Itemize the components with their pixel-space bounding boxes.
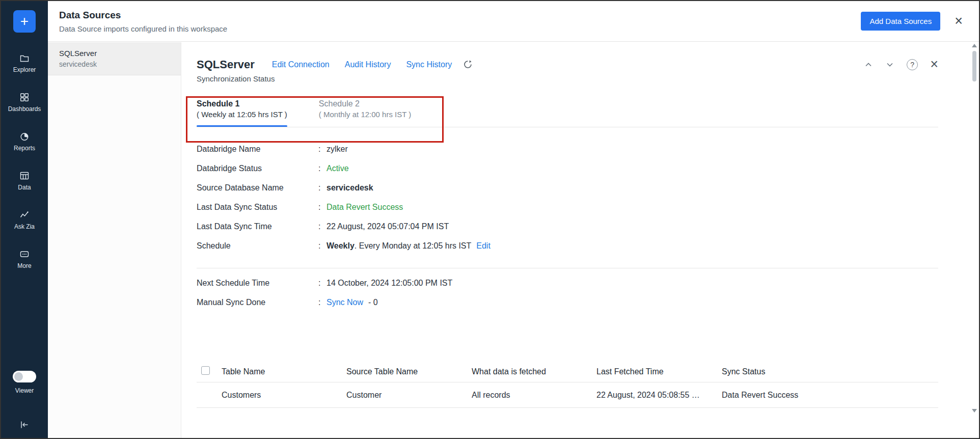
detail-label: Databridge Status [197,164,318,173]
edit-schedule-link[interactable]: Edit [476,241,491,250]
cell-source-table-name: Customer [346,391,472,400]
tab-schedule-1[interactable]: Schedule 1 ( Weekly at 12:05 hrs IST ) [197,99,287,119]
zia-chart-icon [19,210,30,220]
section-label: Synchronization Status [197,74,938,83]
scrollbar-thumb[interactable] [972,51,976,81]
detail-row-schedule: Schedule : Weekly. Every Monday at 12:05… [197,236,938,256]
sync-details: Databridge Name : zylker Databridge Stat… [197,140,938,312]
connection-title: SQLServer [197,58,255,71]
data-source-list: SQLServer servicedesk [48,42,181,438]
chevron-up-icon[interactable] [864,60,873,69]
close-icon[interactable]: × [955,14,963,28]
sidebar-item-reports[interactable]: Reports [14,131,35,152]
scroll-up-icon[interactable] [972,44,977,47]
help-icon[interactable]: ? [907,59,918,70]
sidebar-item-label: Data [18,184,31,191]
status-badge: Active [326,164,349,173]
pie-chart-icon [19,131,30,142]
sidebar: + Explorer Dashboards Reports [1,1,48,438]
detail-label: Schedule [197,241,318,251]
cell-what-data: All records [472,391,596,400]
detail-value: Sync Now- 0 [326,298,378,307]
schedule-tabbar: Schedule 1 ( Weekly at 12:05 hrs IST ) S… [197,99,938,127]
column-header-what-data: What data is fetched [472,367,596,376]
sidebar-item-label: More [17,262,31,269]
sidebar-item-data[interactable]: Data [18,171,31,191]
detail-row-source-database: Source Database Name : servicedesk [197,178,938,198]
sidebar-item-label: Reports [14,145,35,152]
colon: : [318,279,324,288]
toggle-knob-icon [14,372,23,381]
colon: : [318,222,324,231]
sync-now-link[interactable]: Sync Now [326,298,363,307]
manual-sync-count: - 0 [368,298,378,307]
sidebar-nav: Explorer Dashboards Reports Data [8,53,41,269]
table-row[interactable]: Customers Customer All records 22 August… [197,382,938,408]
plus-icon: + [20,13,29,30]
detail-value: zylker [326,145,348,154]
source-database: servicedesk [59,60,170,68]
detail-label: Databridge Name [197,145,318,154]
source-name: SQLServer [59,49,170,58]
page-subtitle: Data Source imports configured in this w… [59,24,227,33]
detail-label: Manual Sync Done [197,298,318,307]
sidebar-item-more[interactable]: More [17,249,31,269]
create-new-button[interactable]: + [13,10,36,33]
panel-controls: ? × [864,58,938,71]
panel-close-icon[interactable]: × [930,58,938,71]
page-header-titles: Data Sources Data Source imports configu… [59,10,227,33]
colon: : [318,164,324,173]
schedule-description: . Every Monday at 12:05 hrs IST [355,241,471,250]
status-badge: Data Revert Success [326,203,403,212]
vertical-scrollbar [970,44,978,413]
sidebar-item-dashboards[interactable]: Dashboards [8,92,41,113]
column-header-last-fetched: Last Fetched Time [596,367,722,376]
column-header-table-name: Table Name [222,367,346,376]
folder-icon [19,53,30,63]
table-header-row: Table Name Source Table Name What data i… [197,361,938,382]
sidebar-item-explorer[interactable]: Explorer [13,53,36,73]
connection-heading-row: SQLServer Edit Connection Audit History … [197,58,938,71]
add-data-sources-button[interactable]: Add Data Sources [861,12,940,31]
tab-title: Schedule 2 [319,99,411,108]
detail-label: Source Database Name [197,183,318,193]
cell-sync-status: Data Revert Success [722,391,938,400]
table-icon [19,171,30,181]
tables-table: Table Name Source Table Name What data i… [197,361,938,408]
select-all-checkbox[interactable] [201,366,210,375]
refresh-icon[interactable] [463,60,473,69]
audit-history-link[interactable]: Audit History [345,60,391,69]
detail-row-databridge-status: Databridge Status : Active [197,159,938,178]
viewer-toggle[interactable] [13,371,36,382]
divider [197,268,938,268]
chevron-down-icon[interactable] [885,60,894,69]
edit-connection-link[interactable]: Edit Connection [272,60,330,69]
grid-icon [19,92,30,102]
schedule-frequency: Weekly [326,241,355,250]
sidebar-item-label: Dashboards [8,105,41,113]
list-item-sqlserver[interactable]: SQLServer servicedesk [48,42,181,75]
detail-row-next-schedule: Next Schedule Time : 14 October, 2024 12… [197,273,938,293]
page-title: Data Sources [59,10,227,21]
collapse-sidebar-icon[interactable] [1,420,48,430]
main-content: SQLServer Edit Connection Audit History … [181,42,979,438]
detail-value: Weekly. Every Monday at 12:05 hrs ISTEdi… [326,241,491,251]
scroll-down-icon[interactable] [972,409,977,413]
colon: : [318,203,324,212]
sidebar-item-label: Ask Zia [14,223,35,230]
detail-label: Last Data Sync Status [197,203,318,212]
ellipsis-icon [19,249,30,259]
colon: : [318,298,324,307]
cell-table-name: Customers [222,391,346,400]
tab-schedule-2[interactable]: Schedule 2 ( Monthly at 12:00 hrs IST ) [319,99,411,119]
detail-value: 22 August, 2024 05:07:04 PM IST [326,222,449,231]
sidebar-item-ask-zia[interactable]: Ask Zia [14,210,35,230]
sync-history-link[interactable]: Sync History [406,60,452,69]
colon: : [318,145,324,154]
viewer-label: Viewer [15,387,34,394]
detail-value: 14 October, 2024 12:05:00 PM IST [326,279,452,288]
tab-subtitle: ( Weekly at 12:05 hrs IST ) [197,110,287,119]
column-header-sync-status: Sync Status [722,367,938,376]
tab-subtitle: ( Monthly at 12:00 hrs IST ) [319,110,411,119]
detail-label: Next Schedule Time [197,279,318,288]
